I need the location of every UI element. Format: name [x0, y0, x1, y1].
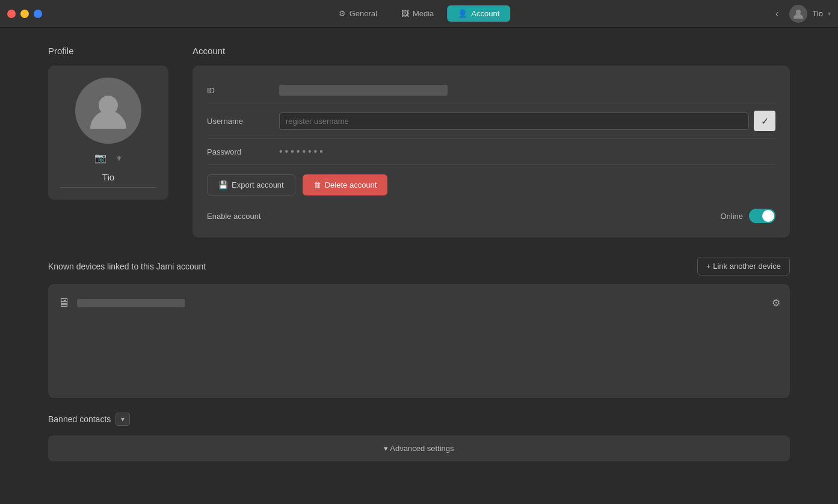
username-input[interactable]	[279, 112, 749, 130]
username-label: Username	[207, 117, 279, 126]
export-icon: 💾	[218, 180, 228, 189]
avatar	[75, 78, 141, 144]
devices-card: 🖥 ⚙	[48, 284, 790, 398]
password-value: ••••••••	[279, 146, 325, 157]
banned-dropdown-button[interactable]: ▾	[116, 413, 130, 426]
trash-icon: 🗑	[313, 180, 321, 189]
banned-title: Banned contacts	[48, 414, 111, 424]
device-item: 🖥 ⚙	[58, 291, 780, 315]
account-section-title: Account	[193, 46, 790, 56]
tab-general-label: General	[350, 9, 377, 18]
avatar-controls: 📷 +	[94, 152, 122, 164]
account-section: Account ID Username ✓ Password	[193, 46, 790, 238]
user-avatar-small	[789, 5, 807, 23]
titlebar-right: ‹ Tio ▾	[771, 5, 831, 23]
maximize-button[interactable]	[34, 10, 42, 18]
avatar-person-icon	[87, 90, 129, 132]
chevron-down-icon: ▾	[121, 415, 125, 423]
export-account-button[interactable]: 💾 Export account	[207, 174, 295, 195]
close-button[interactable]	[7, 10, 16, 18]
devices-title: Known devices linked to this Jami accoun…	[48, 262, 206, 271]
svg-point-0	[796, 10, 801, 14]
password-label: Password	[207, 147, 279, 156]
user-info: Tio ▾	[789, 5, 831, 23]
tab-media-label: Media	[413, 9, 434, 18]
id-value	[279, 85, 448, 96]
media-icon: 🖼	[401, 9, 409, 18]
profile-card: 📷 + Tio	[48, 66, 168, 200]
link-device-label: + Link another device	[706, 262, 781, 271]
gear-icon: ⚙	[339, 9, 346, 18]
export-label: Export account	[232, 180, 284, 189]
profile-section-title: Profile	[48, 46, 168, 56]
add-photo-button[interactable]: +	[116, 153, 122, 164]
enable-right: Online	[720, 209, 775, 223]
account-card: ID Username ✓ Password ••••••••	[193, 66, 790, 238]
link-device-button[interactable]: + Link another device	[697, 257, 790, 275]
traffic-lights	[7, 10, 42, 18]
device-settings-button[interactable]: ⚙	[772, 297, 780, 309]
banned-section: Banned contacts ▾	[48, 413, 790, 426]
two-col-layout: Profile 📷 + Tio Account	[48, 46, 790, 238]
delete-account-button[interactable]: 🗑 Delete account	[303, 174, 388, 195]
username-confirm-button[interactable]: ✓	[754, 111, 775, 131]
password-row: Password ••••••••	[207, 139, 775, 165]
action-buttons: 💾 Export account 🗑 Delete account	[207, 165, 775, 200]
delete-label: Delete account	[325, 180, 377, 189]
id-row: ID	[207, 78, 775, 103]
monitor-icon: 🖥	[58, 296, 70, 310]
advanced-settings-label: ▾ Advanced settings	[384, 444, 454, 453]
advanced-section: ▾ Advanced settings	[48, 435, 790, 461]
enable-row: Enable account Online	[207, 200, 775, 226]
devices-section: Known devices linked to this Jami accoun…	[48, 257, 790, 398]
tab-account-label: Account	[471, 9, 499, 18]
id-label: ID	[207, 86, 279, 95]
username-input-row: ✓	[279, 111, 775, 131]
back-button[interactable]: ‹	[771, 6, 783, 22]
tab-general[interactable]: ⚙ General	[328, 5, 388, 22]
tab-account[interactable]: 👤 Account	[447, 5, 510, 22]
toggle-knob	[762, 210, 774, 222]
profile-section: Profile 📷 + Tio	[48, 46, 168, 200]
camera-button[interactable]: 📷	[94, 152, 106, 164]
device-name	[77, 299, 185, 307]
tab-media[interactable]: 🖼 Media	[390, 5, 445, 22]
profile-name: Tio	[60, 172, 156, 188]
titlebar: ⚙ General 🖼 Media 👤 Account ‹ Tio ▾	[0, 0, 838, 28]
enable-label: Enable account	[207, 212, 720, 221]
banned-header: Banned contacts ▾	[48, 413, 790, 426]
devices-header: Known devices linked to this Jami accoun…	[48, 257, 790, 275]
enable-toggle[interactable]	[749, 209, 775, 223]
minimize-button[interactable]	[20, 10, 29, 18]
user-name-header: Tio	[812, 9, 823, 18]
username-row: Username ✓	[207, 103, 775, 139]
nav-tabs: ⚙ General 🖼 Media 👤 Account	[328, 5, 511, 22]
main-content: Profile 📷 + Tio Account	[0, 28, 838, 504]
account-icon: 👤	[458, 9, 467, 18]
online-label: Online	[720, 212, 743, 221]
dropdown-arrow: ▾	[828, 10, 831, 17]
advanced-settings-button[interactable]: ▾ Advanced settings	[48, 435, 790, 461]
